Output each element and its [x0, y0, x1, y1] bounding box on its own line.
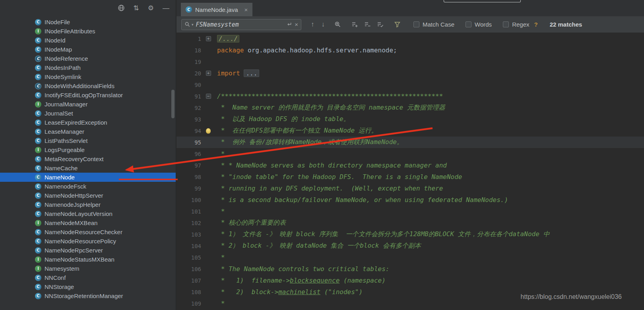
hide-panel-icon[interactable]: — [163, 5, 169, 12]
list-item[interactable]: INameNodeMXBean [0, 218, 176, 227]
regex-help-icon[interactable]: ? [534, 21, 537, 28]
code-line[interactable]: 96 * [177, 148, 644, 160]
list-item[interactable]: CLeaseExpiredException [0, 118, 176, 127]
clear-search-icon[interactable]: × [295, 21, 298, 28]
checkbox[interactable] [503, 21, 509, 27]
code-line[interactable]: 91−/************************************… [177, 90, 644, 102]
code-line[interactable]: 97 * * NameNode serves as both directory… [177, 160, 644, 171]
line-number[interactable]: 97 [177, 162, 201, 169]
line-number[interactable]: 98 [177, 174, 201, 180]
tab-namenode-java[interactable]: C NameNode.java × [181, 3, 252, 16]
search-icon[interactable] [184, 21, 190, 27]
list-item[interactable]: ILogsPurgeable [0, 145, 176, 154]
code-line[interactable]: 93 * 以及 Hadoop DFS 的 inode table。 [177, 114, 644, 125]
code-line[interactable]: 94 * 在任何DFS部署中都有一个独立 NameNode 运行。 [177, 125, 644, 137]
line-number[interactable]: 108 [177, 289, 201, 295]
option-words[interactable]: Words [466, 21, 492, 28]
list-item[interactable]: CNameNodeLayoutVersion [0, 209, 176, 218]
line-number[interactable]: 20 [177, 70, 201, 77]
find-all-icon[interactable] [334, 21, 341, 28]
line-number[interactable]: 93 [177, 116, 201, 123]
code-line[interactable]: 106 * The NameNode controls two critical… [177, 263, 644, 275]
code-line[interactable]: 98 * "inode table" for the Hadoop DFS. T… [177, 171, 644, 183]
code-line[interactable]: 90 [177, 79, 644, 90]
code-line[interactable]: 95 * 例外 备份/故障转移NameNode，或者使用联邦NameNode。 [177, 137, 644, 148]
list-item[interactable]: CNamenodeFsck [0, 182, 176, 191]
list-item[interactable]: CINodeId [0, 36, 176, 45]
list-item[interactable]: CINodeMap [0, 45, 176, 54]
list-item[interactable]: INameNodeStatusMXBean [0, 255, 176, 264]
list-item[interactable]: CINodeReference [0, 54, 176, 63]
fold-expand-icon[interactable]: + [206, 36, 211, 41]
list-item[interactable]: CNameNode [0, 173, 176, 182]
list-item[interactable]: CINodesInPath [0, 63, 176, 72]
settings-gear-icon[interactable]: ⚙ [148, 5, 154, 12]
line-number[interactable]: 109 [177, 300, 201, 307]
code-line[interactable]: 107 * 1) filename->blocksequence (namesp… [177, 275, 644, 286]
line-number[interactable]: 90 [177, 82, 201, 88]
prev-occurrence-icon[interactable]: ↑ [311, 21, 314, 29]
option-match-case[interactable]: Match Case [413, 21, 454, 28]
line-number[interactable]: 107 [177, 277, 201, 284]
globe-icon[interactable] [118, 4, 125, 12]
code-editor[interactable]: 1+/.../18package org.apache.hadoop.hdfs.… [177, 33, 644, 310]
line-number[interactable]: 96 [177, 151, 201, 157]
code-line[interactable]: 104 * 2） block -》 映射 dataNode 集合 一个block… [177, 240, 644, 252]
list-item[interactable]: CNameCache [0, 164, 176, 173]
list-item[interactable]: CListPathsServlet [0, 136, 176, 145]
filter-icon[interactable] [394, 21, 401, 28]
unselect-occurrence-icon[interactable] [364, 21, 371, 28]
code-line[interactable]: 109 * [177, 298, 644, 309]
list-item[interactable]: CInotifyFSEditLogOpTranslator [0, 90, 176, 100]
list-item[interactable]: CINodeSymlink [0, 72, 176, 81]
code-line[interactable]: 100 * is a second backup/failover NameNo… [177, 194, 644, 206]
code-line[interactable]: 108 * 2) block->machinelist ("inodes") [177, 286, 644, 298]
list-item[interactable]: CINodeFile [0, 17, 176, 27]
code-line[interactable]: 92 * Name server 的作用就是作为 目录命名空间 namespac… [177, 102, 644, 114]
intention-bulb-icon[interactable] [206, 128, 211, 133]
list-item[interactable]: CNNConf [0, 273, 176, 282]
line-number[interactable]: 18 [177, 47, 201, 54]
code-line[interactable]: 20+import ... [177, 67, 644, 79]
line-number[interactable]: 106 [177, 266, 201, 272]
checkbox[interactable] [413, 21, 419, 27]
line-number[interactable]: 19 [177, 59, 201, 65]
checkbox[interactable] [466, 21, 471, 27]
line-number[interactable]: 104 [177, 243, 201, 249]
code-line[interactable]: 18package org.apache.hadoop.hdfs.server.… [177, 44, 644, 56]
search-input[interactable]: ▾ FSNamesystem × [181, 19, 301, 30]
fold-expand-icon[interactable]: + [206, 71, 211, 76]
list-item[interactable]: CNamenodeJspHelper [0, 200, 176, 209]
line-number[interactable]: 94 [177, 128, 201, 134]
code-line[interactable]: 19 [177, 56, 644, 67]
code-line[interactable]: 101 * [177, 206, 644, 217]
next-occurrence-icon[interactable]: ↓ [322, 21, 325, 29]
line-number[interactable]: 100 [177, 197, 201, 203]
line-number[interactable]: 105 [177, 254, 201, 261]
list-item[interactable]: CMetaRecoveryContext [0, 154, 176, 164]
option-regex[interactable]: Regex? [503, 21, 538, 28]
line-number[interactable]: 102 [177, 220, 201, 226]
scroll-from-source-icon[interactable]: ⇅ [134, 5, 139, 12]
code-line[interactable]: 102 * 核心的两个重要的表 [177, 217, 644, 229]
code-line[interactable]: 1+/.../ [177, 33, 644, 44]
list-item[interactable]: CINodeWithAdditionalFields [0, 81, 176, 90]
list-item[interactable]: IINodeFileAttributes [0, 27, 176, 36]
close-tab-icon[interactable]: × [244, 6, 248, 13]
code-line[interactable]: 105 * [177, 252, 644, 263]
list-item[interactable]: CNameNodeResourcePolicy [0, 237, 176, 246]
list-item[interactable]: IJournalManager [0, 100, 176, 109]
list-item[interactable]: CNNStorage [0, 282, 176, 291]
line-number[interactable]: 95 [177, 139, 201, 146]
line-number[interactable]: 92 [177, 105, 201, 111]
code-line[interactable]: 99 * running in any DFS deployment. (Wel… [177, 183, 644, 194]
add-selection-icon[interactable] [351, 21, 358, 28]
newline-icon[interactable] [286, 21, 292, 27]
list-item[interactable]: INamesystem [0, 264, 176, 273]
line-number[interactable]: 1 [177, 36, 201, 42]
line-number[interactable]: 99 [177, 185, 201, 192]
select-all-occurrences-icon[interactable] [377, 21, 384, 28]
search-options-arrow-icon[interactable]: ▾ [192, 23, 194, 27]
list-item[interactable]: CNameNodeRpcServer [0, 246, 176, 255]
line-number[interactable]: 103 [177, 231, 201, 238]
